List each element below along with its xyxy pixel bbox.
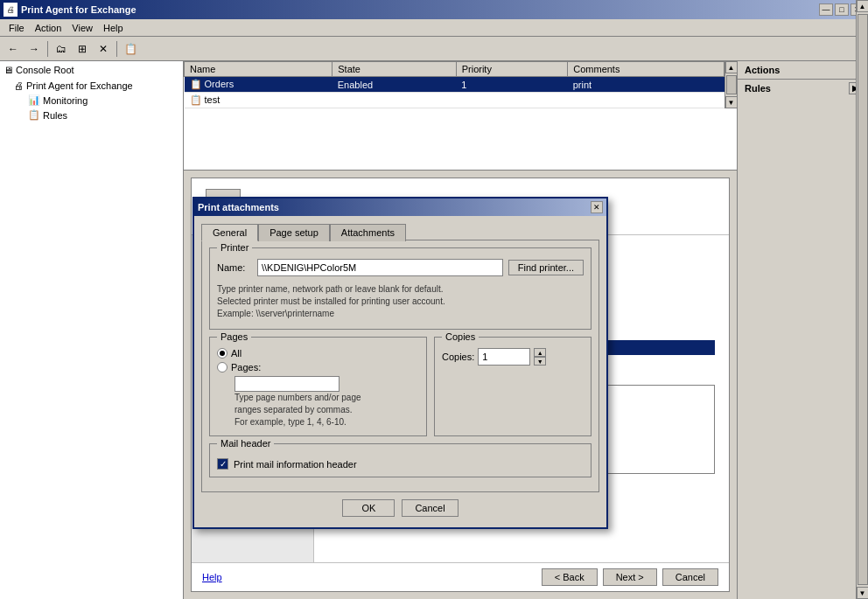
mail-header-label: Mail header <box>217 438 274 449</box>
row-icon: 📋 <box>190 94 202 105</box>
app-icon: 🖨 <box>4 3 18 17</box>
back-button[interactable]: ← <box>4 39 23 59</box>
tree-app-node[interactable]: 🖨 Print Agent for Exchange <box>0 79 183 93</box>
mail-header-checkbox-label: Print mail information header <box>234 459 357 470</box>
printer-name-input[interactable] <box>257 259 503 276</box>
dialog-overlay: Print attachments ✕ General Page setup A… <box>184 171 737 599</box>
table-row[interactable]: 📋 test <box>185 93 724 108</box>
forward-button[interactable]: → <box>24 39 44 59</box>
row-name: 📋 test <box>185 93 332 108</box>
radio-all-btn[interactable] <box>217 348 228 359</box>
col-priority: Priority <box>456 62 568 77</box>
col-state: State <box>332 62 456 77</box>
find-printer-button[interactable]: Find printer... <box>508 260 584 275</box>
rules-table: Name State Priority Comments 📋 Orders <box>184 61 724 108</box>
pages-input[interactable] <box>234 376 340 392</box>
rules-icon: 📋 <box>28 109 40 121</box>
tab-content: Printer Name: Find printer... Type print… <box>201 240 599 492</box>
folder-button[interactable]: 🗂 <box>52 39 71 59</box>
dialog-title: Print attachments <box>198 202 279 212</box>
menu-view[interactable]: View <box>66 21 98 35</box>
title-bar: 🖨 Print Agent for Exchange — □ ✕ <box>0 0 868 19</box>
copies-group: Copies Copies: ▲ ▼ <box>434 337 592 436</box>
right-panel: Name State Priority Comments 📋 Orders <box>184 61 737 599</box>
printer-group-label: Printer <box>217 242 252 253</box>
dialog-footer: OK Cancel <box>201 492 599 520</box>
tab-attachments[interactable]: Attachments <box>330 224 406 241</box>
minimize-button[interactable]: — <box>819 3 833 16</box>
tree-root[interactable]: 🖥 Console Root <box>0 61 183 79</box>
menu-file[interactable]: File <box>4 21 30 35</box>
pages-hint: Type page numbers and/or page ranges sep… <box>217 392 419 428</box>
copies-group-label: Copies <box>442 331 479 342</box>
clipboard-button[interactable]: 📋 <box>121 39 140 59</box>
tree-root-label: Console Root <box>16 65 74 75</box>
spin-up[interactable]: ▲ <box>534 348 546 357</box>
spin-down[interactable]: ▼ <box>534 357 546 366</box>
radio-all-label: All <box>231 348 242 359</box>
maximize-button[interactable]: □ <box>835 3 849 16</box>
menu-bar: File Action View Help <box>0 19 868 37</box>
tree-monitoring[interactable]: 📊 Monitoring <box>0 93 183 108</box>
menu-action[interactable]: Action <box>30 21 67 35</box>
tab-page-setup[interactable]: Page setup <box>258 224 330 241</box>
printer-hint: Type printer name, network path or leave… <box>217 282 584 322</box>
monitor-icon: 📊 <box>28 94 40 106</box>
actions-item-rules[interactable]: Rules ▶ <box>738 80 868 97</box>
actions-scrollbar[interactable]: ▲ ▼ <box>856 0 868 599</box>
copies-row: Copies: ▲ ▼ <box>442 348 584 366</box>
dialog-close-button[interactable]: ✕ <box>591 201 603 213</box>
scroll-down[interactable]: ▼ <box>725 96 738 108</box>
printer-group: Printer Name: Find printer... Type print… <box>209 247 592 330</box>
app-title: Print Agent for Exchange <box>21 4 136 15</box>
actions-scroll-thumb[interactable] <box>858 14 868 585</box>
row-icon: 📋 <box>190 79 202 89</box>
toolbar-separator <box>47 41 48 57</box>
row-comments <box>568 93 724 108</box>
computer-icon: 🖥 <box>4 65 13 75</box>
tree-rules[interactable]: 📋 Rules <box>0 108 183 122</box>
main-container: 🖥 Console Root 🖨 Print Agent for Exchang… <box>0 61 868 599</box>
row-priority <box>456 93 568 108</box>
tree-app-label: Print Agent for Exchange <box>26 80 133 91</box>
tab-general[interactable]: General <box>201 224 258 241</box>
tab-bar: General Page setup Attachments <box>201 223 599 240</box>
menu-help[interactable]: Help <box>98 21 129 35</box>
radio-pages[interactable]: Pages: <box>217 362 419 373</box>
grid-button[interactable]: ⊞ <box>73 39 92 59</box>
actions-scroll-down[interactable]: ▼ <box>857 587 869 599</box>
tree-panel: 🖥 Console Root 🖨 Print Agent for Exchang… <box>0 61 184 599</box>
table-row[interactable]: 📋 Orders Enabled 1 print <box>185 77 724 93</box>
toolbar: ← → 🗂 ⊞ ✕ 📋 <box>0 37 868 61</box>
mail-header-row: ✓ Print mail information header <box>217 458 584 470</box>
actions-header: Actions <box>738 61 868 80</box>
delete-button[interactable]: ✕ <box>94 39 113 59</box>
pages-group-label: Pages <box>217 331 251 342</box>
print-attachments-dialog: Print attachments ✕ General Page setup A… <box>192 197 608 529</box>
scroll-thumb[interactable] <box>726 75 737 94</box>
pages-group: Pages All Pages: <box>209 337 427 436</box>
row-state <box>332 93 456 108</box>
dialog-ok-button[interactable]: OK <box>342 499 395 517</box>
col-comments: Comments <box>568 62 724 77</box>
copies-input[interactable] <box>478 348 530 366</box>
row-name: 📋 Orders <box>185 77 332 93</box>
radio-all[interactable]: All <box>217 348 419 359</box>
wizard-area: 📋 Rule setup wizard Conditions Actions <box>184 171 737 599</box>
actions-sidebar: Actions Rules ▶ ▲ ▼ <box>737 61 868 599</box>
dialog-body: General Page setup Attachments Printer N… <box>194 216 606 527</box>
printer-name-row: Name: Find printer... <box>217 259 584 276</box>
row-priority: 1 <box>456 77 568 93</box>
dialog-title-bar: Print attachments ✕ <box>194 199 606 216</box>
copies-label: Copies: <box>442 352 474 362</box>
radio-pages-label: Pages: <box>231 362 261 373</box>
table-scrollbar[interactable]: ▲ ▼ <box>724 61 737 108</box>
table-area: Name State Priority Comments 📋 Orders <box>184 61 737 171</box>
scroll-up[interactable]: ▲ <box>725 61 738 73</box>
tree-rules-label: Rules <box>43 110 67 121</box>
radio-pages-btn[interactable] <box>217 362 228 373</box>
actions-scroll-up[interactable]: ▲ <box>857 0 869 12</box>
mail-header-checkbox[interactable]: ✓ <box>217 458 228 470</box>
dialog-cancel-button[interactable]: Cancel <box>402 499 458 517</box>
pages-copies-row: Pages All Pages: <box>209 337 592 443</box>
